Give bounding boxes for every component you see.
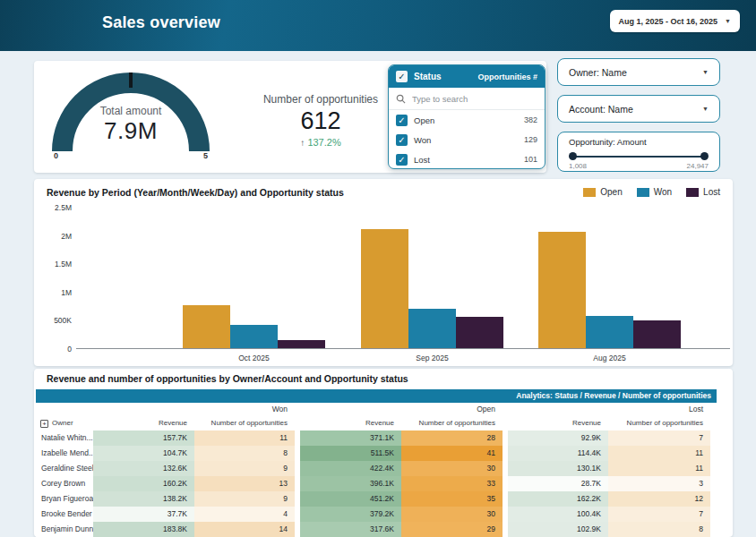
slider-track[interactable] xyxy=(571,156,707,158)
gauge-needle xyxy=(129,72,133,88)
value-cell: 422.4K xyxy=(300,461,401,476)
app-header: Sales overview Aug 1, 2025 - Oct 16, 202… xyxy=(0,0,756,51)
value-cell: 4 xyxy=(194,507,295,522)
amount-max-value: 24,947 xyxy=(687,162,709,170)
legend-item-won[interactable]: Won xyxy=(637,187,672,197)
bar-group-oct-2025 xyxy=(183,305,325,348)
slider-handle-min[interactable] xyxy=(569,152,577,160)
value-cell: 7 xyxy=(608,430,710,446)
value-cell: 511.5K xyxy=(300,446,401,461)
owner-table-card: Revenue and number of opportunities by O… xyxy=(34,369,733,537)
status-search-input[interactable] xyxy=(412,94,520,104)
status-search-row xyxy=(389,88,545,110)
owner-cell[interactable]: Izabelle Mend... xyxy=(36,446,93,461)
search-icon xyxy=(396,94,406,104)
up-arrow-icon: ↑ xyxy=(300,138,305,148)
owner-cell[interactable]: Bryan Figueroa xyxy=(36,491,93,507)
col-header-revenue: Revenue xyxy=(93,416,194,430)
kpi-delta-value: 137.2% xyxy=(307,137,340,148)
chart-title: Revenue by Period (Year/Month/Week/Day) … xyxy=(47,187,344,198)
value-cell: 130.1K xyxy=(508,461,608,476)
y-tick-label: 500K xyxy=(39,316,72,325)
value-cell: 33 xyxy=(401,476,503,491)
col-header-revenue: Revenue xyxy=(508,416,608,430)
date-range-selector[interactable]: Aug 1, 2025 - Oct 16, 2025 ▼ xyxy=(610,10,741,32)
table-row: Geraldine Steel132.6K9422.4K30130.1K11 xyxy=(36,461,717,476)
bar-open[interactable] xyxy=(361,229,408,348)
value-cell: 160.2K xyxy=(93,476,194,491)
chart-legend: OpenWonLost xyxy=(583,187,720,197)
value-cell: 102.9K xyxy=(508,522,608,537)
status-filter-item-open[interactable]: ✓Open382 xyxy=(389,110,545,130)
table-group-header-row: Won Open Lost xyxy=(36,403,717,416)
chevron-down-icon: ▼ xyxy=(702,106,709,112)
status-item-label: Won xyxy=(414,135,518,145)
value-cell: 132.6K xyxy=(93,461,194,476)
value-cell: 7 xyxy=(608,507,710,522)
owner-cell[interactable]: Natalie Whitn... xyxy=(36,430,93,446)
expand-owner-icon[interactable]: + xyxy=(40,420,48,428)
gauge-label: Total amount xyxy=(77,105,185,117)
bar-lost[interactable] xyxy=(633,320,681,348)
col-header-count: Number of opportunities xyxy=(401,416,503,430)
table-row: Brooke Bender37.7K4379.2K30100.4K7 xyxy=(36,507,717,522)
table-title: Revenue and number of opportunities by O… xyxy=(47,373,408,384)
legend-swatch-icon xyxy=(686,188,699,197)
account-filter-select[interactable]: Account: Name ▼ xyxy=(557,95,720,123)
kpi-card: 0 5 Total amount 7.9M Number of opportun… xyxy=(34,61,546,173)
table-column-header-row: + Owner Revenue Number of opportunities … xyxy=(36,416,717,430)
checkbox-checked-icon[interactable]: ✓ xyxy=(396,154,408,166)
value-cell: 100.4K xyxy=(508,507,608,522)
analytics-band: Analytics: Status / Revenue / Number of … xyxy=(36,389,717,403)
table-body: Natalie Whitn...157.7K11371.1K2892.9K7Iz… xyxy=(36,430,717,537)
legend-item-open[interactable]: Open xyxy=(583,187,622,197)
owner-cell[interactable]: Brooke Bender xyxy=(36,507,93,522)
value-cell: 11 xyxy=(608,446,710,461)
owner-cell[interactable]: Corey Brown xyxy=(36,476,93,491)
amount-range-slider[interactable] xyxy=(569,152,709,161)
x-axis-label: Sep 2025 xyxy=(361,354,503,362)
checkbox-checked-icon[interactable]: ✓ xyxy=(396,134,408,146)
group-header-lost: Lost xyxy=(508,403,710,416)
bar-won[interactable] xyxy=(230,325,278,348)
amount-filter: Opportunity: Amount 1,008 24,947 xyxy=(557,132,720,172)
bar-open[interactable] xyxy=(538,232,586,348)
gauge-value: 7.9M xyxy=(77,117,185,145)
x-axis-label: Aug 2025 xyxy=(538,354,681,362)
legend-item-lost[interactable]: Lost xyxy=(686,187,720,197)
account-filter-label: Account: Name xyxy=(569,104,702,115)
checkbox-checked-icon[interactable]: ✓ xyxy=(396,115,408,126)
value-cell: 138.2K xyxy=(93,491,194,507)
bar-lost[interactable] xyxy=(456,317,503,348)
table-row: Bryan Figueroa138.2K9451.2K35162.2K12 xyxy=(36,491,717,507)
legend-label: Open xyxy=(600,187,622,197)
bar-lost[interactable] xyxy=(278,340,325,348)
y-tick-label: 0 xyxy=(39,345,72,354)
owner-cell[interactable]: Geraldine Steel xyxy=(36,461,93,476)
bar-won[interactable] xyxy=(408,309,456,348)
table-row: Corey Brown160.2K13396.1K3328.7K3 xyxy=(36,476,717,491)
page-title: Sales overview xyxy=(102,13,220,32)
status-filter-item-lost[interactable]: ✓Lost101 xyxy=(389,149,545,169)
legend-label: Lost xyxy=(703,187,720,197)
table-row: Natalie Whitn...157.7K11371.1K2892.9K7 xyxy=(36,430,717,446)
x-axis-label: Oct 2025 xyxy=(183,354,325,362)
status-filter-list: ✓Open382✓Won129✓Lost101 xyxy=(389,110,545,169)
bar-won[interactable] xyxy=(586,316,633,348)
value-cell: 9 xyxy=(194,461,295,476)
value-cell: 14 xyxy=(194,522,295,537)
bar-open[interactable] xyxy=(183,305,230,348)
value-cell: 183.8K xyxy=(93,522,194,537)
owner-cell[interactable]: Benjamin Dunn xyxy=(36,522,93,537)
slider-handle-max[interactable] xyxy=(700,152,709,160)
table-row: Benjamin Dunn183.8K14317.6K29102.9K8 xyxy=(36,522,717,537)
status-filter-header: ✓ Status Opportunities # xyxy=(389,65,545,88)
status-item-label: Open xyxy=(414,115,518,125)
value-cell: 30 xyxy=(401,507,503,522)
col-header-count: Number of opportunities xyxy=(608,416,710,430)
owner-filter-select[interactable]: Owner: Name ▼ xyxy=(557,58,720,86)
value-cell: 12 xyxy=(608,491,710,507)
table-row: Izabelle Mend...104.7K8511.5K41114.4K11 xyxy=(36,446,717,461)
status-filter-item-won[interactable]: ✓Won129 xyxy=(389,130,545,149)
status-select-all-checkbox[interactable]: ✓ xyxy=(396,71,408,82)
